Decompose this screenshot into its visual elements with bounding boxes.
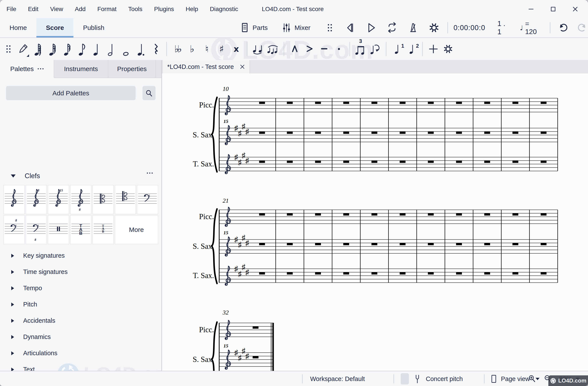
rewind-button[interactable] <box>345 22 356 34</box>
palette-section-time-signatures[interactable]: Time signatures <box>0 264 161 280</box>
voice-2-icon[interactable]: 2 <box>405 40 418 58</box>
tie-icon[interactable] <box>252 40 264 58</box>
undo-button[interactable] <box>557 22 569 34</box>
tab-home[interactable]: Home <box>0 18 36 38</box>
note-half-icon[interactable] <box>105 40 118 58</box>
note-32nd-icon[interactable] <box>46 40 59 58</box>
score-page[interactable]: 10Picc.S. Sax.15♯♯♯♯T. Sax.♯♯♯♯21Picc.S.… <box>162 73 588 371</box>
note-whole-icon[interactable] <box>120 40 132 58</box>
separator <box>284 42 284 56</box>
drag-handle-icon[interactable] <box>2 40 15 58</box>
tab-palettes[interactable]: Palettes <box>0 60 54 78</box>
palette-cell-bass-clef-8-alta[interactable]: 8 <box>3 215 25 244</box>
tab-score[interactable]: Score <box>36 18 73 38</box>
palette-cell-tab-clef[interactable]: T A B <box>70 215 91 244</box>
tab-properties[interactable]: Properties <box>108 60 156 78</box>
palette-section-key-signatures[interactable]: Key signatures <box>0 248 161 264</box>
palette-cell-treble-clef-8-alta[interactable]: 8 <box>26 185 47 214</box>
separator <box>394 374 394 383</box>
tuning-fork-icon <box>414 374 421 384</box>
playback-settings-gear-icon[interactable] <box>428 22 440 34</box>
menu-plugins[interactable]: Plugins <box>154 6 174 13</box>
clefs-section-header[interactable]: Clefs <box>0 169 161 182</box>
lo4d-logo-icon <box>550 378 556 384</box>
playback-drag-handle[interactable] <box>326 23 334 33</box>
concert-pitch-checkbox[interactable] <box>401 373 409 385</box>
svg-text:♯: ♯ <box>238 129 242 137</box>
note-quarter-icon[interactable] <box>90 40 103 58</box>
palette-cell-alto-clef[interactable] <box>92 185 114 214</box>
palette-cell-tenor-clef[interactable] <box>115 185 136 214</box>
marcato-icon[interactable] <box>289 40 301 58</box>
menu-view[interactable]: View <box>50 6 63 13</box>
workspace-button[interactable]: Workspace: Default <box>310 371 365 386</box>
note-64th-icon[interactable] <box>32 40 44 58</box>
minimize-button[interactable] <box>526 4 536 14</box>
augmentation-dot-icon[interactable] <box>135 40 147 58</box>
zoom-in-button[interactable] <box>527 371 536 386</box>
play-button[interactable] <box>365 22 377 34</box>
screenshot-stage: FileEditViewAddFormatToolsPluginsHelpDia… <box>0 0 588 386</box>
palette-cell-bass-clef-8-bassa[interactable]: 8 <box>26 215 47 244</box>
customize-toolbar-icon[interactable] <box>442 40 454 58</box>
svg-text:8: 8 <box>15 219 17 222</box>
palette-section-articulations[interactable]: Articulations <box>0 345 161 361</box>
concert-pitch-toggle[interactable]: Concert pitch <box>401 371 463 386</box>
slur-icon[interactable] <box>266 40 279 58</box>
double-flat-icon[interactable]: ♭♭ <box>171 40 184 58</box>
palette-cell-treble-clef-15-alta[interactable]: 15 <box>48 185 69 214</box>
flat-icon[interactable]: ♭ <box>186 40 198 58</box>
mixer-button[interactable]: Mixer <box>282 22 310 33</box>
palette-cell-treble-clef[interactable] <box>3 185 25 214</box>
palette-section-dynamics[interactable]: Dynamics <box>0 329 161 345</box>
add-palettes-button[interactable]: Add Palettes <box>6 86 136 100</box>
close-button[interactable] <box>571 4 580 14</box>
loop-playback-button[interactable] <box>386 22 398 34</box>
natural-icon[interactable]: ♮ <box>201 40 213 58</box>
parts-button[interactable]: Parts <box>240 22 268 33</box>
palette-section-pitch[interactable]: Pitch <box>0 296 161 313</box>
note-eighth-icon[interactable] <box>76 40 88 58</box>
metronome-button[interactable] <box>407 22 419 34</box>
svg-text:♯: ♯ <box>238 241 242 249</box>
double-sharp-icon[interactable]: x <box>230 40 243 58</box>
accent-icon[interactable] <box>303 40 316 58</box>
note-16th-icon[interactable] <box>61 40 74 58</box>
search-palettes-button[interactable] <box>143 86 155 100</box>
menu-tools[interactable]: Tools <box>128 6 142 13</box>
clefs-menu-icon[interactable] <box>147 173 153 174</box>
tab-instruments[interactable]: Instruments <box>54 60 108 78</box>
tenuto-icon[interactable] <box>318 40 331 58</box>
redo-button[interactable] <box>576 22 588 34</box>
maximize-button[interactable] <box>548 4 558 14</box>
separator <box>422 42 423 56</box>
palettes-menu-icon[interactable] <box>38 68 43 69</box>
palette-cell-treble-clef-8-bassa[interactable]: 8 <box>70 185 91 214</box>
collapse-caret-icon <box>11 175 16 178</box>
palette-cell-more-clefs[interactable]: More <box>115 215 158 244</box>
tempo-display[interactable]: ♩ = 120 <box>520 20 541 36</box>
voice-1-icon[interactable]: 1 <box>391 40 403 58</box>
add-icon[interactable] <box>427 40 440 58</box>
document-tab[interactable]: *LO4D.com - Test score <box>163 60 250 73</box>
menu-format[interactable]: Format <box>97 6 117 13</box>
tab-publish[interactable]: Publish <box>73 18 114 38</box>
palette-section-tempo[interactable]: Tempo <box>0 280 161 296</box>
palette-cell-percussion-clef[interactable] <box>48 215 69 244</box>
sharp-icon[interactable]: ♯ <box>215 40 228 58</box>
palette-cell-tab-clef-serif[interactable]: T A B <box>92 215 114 244</box>
menu-diagnostic[interactable]: Diagnostic <box>210 6 238 13</box>
close-tab-icon[interactable] <box>240 64 245 69</box>
staccato-icon[interactable] <box>333 40 345 58</box>
svg-text:♯: ♯ <box>234 153 238 161</box>
rest-icon[interactable] <box>149 40 162 58</box>
menu-edit[interactable]: Edit <box>28 6 38 13</box>
flip-direction-icon[interactable] <box>369 40 382 58</box>
palette-section-accidentals[interactable]: Accidentals <box>0 313 161 329</box>
palette-cell-bass-clef[interactable] <box>137 185 158 214</box>
menu-add[interactable]: Add <box>75 6 86 13</box>
note-input-pencil-icon[interactable] <box>17 40 29 58</box>
tuplet-icon[interactable]: 3 <box>354 40 367 58</box>
menu-help[interactable]: Help <box>186 6 198 13</box>
menu-file[interactable]: File <box>6 6 16 13</box>
